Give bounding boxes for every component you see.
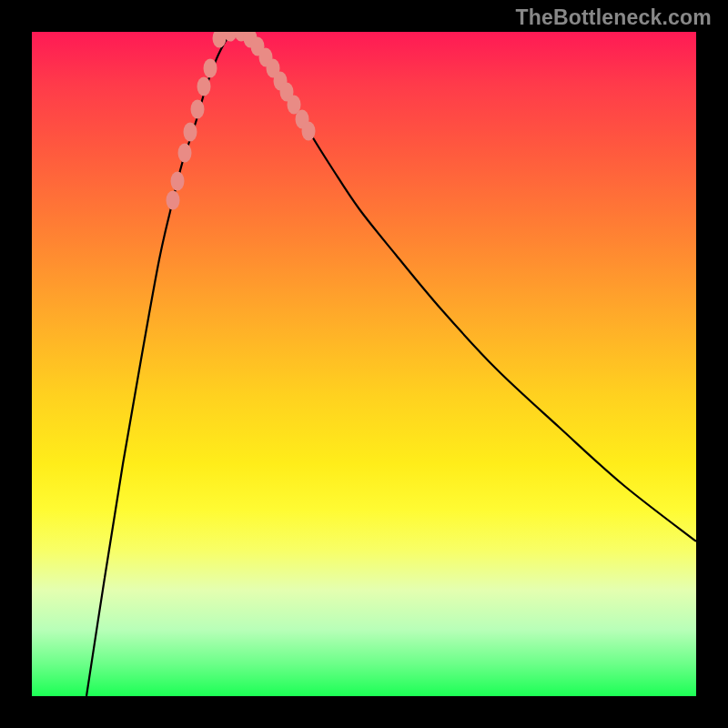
dots-bottom-group bbox=[213, 32, 248, 48]
data-dot bbox=[184, 123, 197, 142]
data-dot bbox=[167, 191, 180, 210]
data-dot bbox=[204, 59, 217, 78]
plot-overlay bbox=[32, 32, 696, 696]
dots-left-group bbox=[167, 59, 217, 210]
data-dot bbox=[302, 122, 316, 141]
data-dot bbox=[178, 144, 192, 163]
chart-frame: TheBottleneck.com bbox=[0, 0, 728, 728]
watermark-text: TheBottleneck.com bbox=[515, 5, 712, 30]
left-curve bbox=[86, 32, 237, 696]
data-dot bbox=[191, 100, 205, 119]
dots-right-group bbox=[244, 32, 316, 141]
data-dot bbox=[171, 172, 185, 191]
right-curve bbox=[237, 32, 696, 541]
data-dot bbox=[197, 77, 211, 96]
